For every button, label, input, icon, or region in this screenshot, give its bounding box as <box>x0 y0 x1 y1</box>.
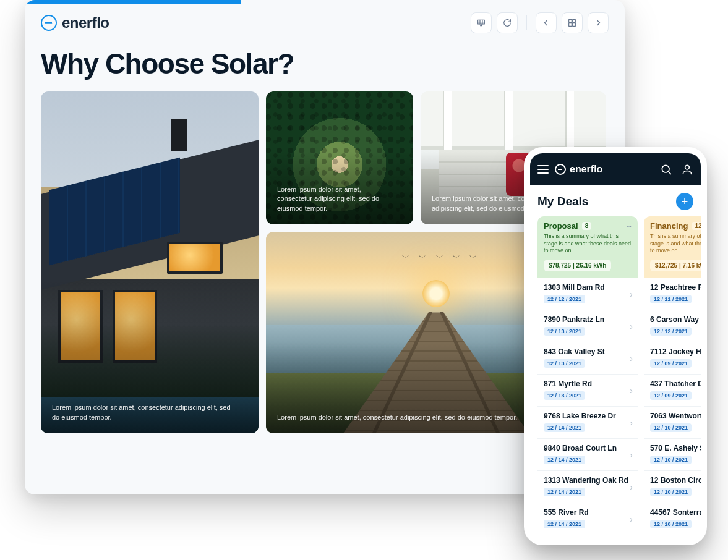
chevron-right-icon <box>593 18 603 28</box>
user-icon[interactable] <box>681 163 693 176</box>
column-summary: This is a summary of what this stage is … <box>650 233 701 255</box>
deal-row[interactable]: 12 Boston Circle12 / 10 / 2021› <box>644 470 701 503</box>
deal-address: 12 Peachtree Rd <box>650 283 701 292</box>
chevron-right-icon: › <box>630 418 633 428</box>
expand-icon[interactable]: ↔ <box>625 222 632 231</box>
page-title: Why Choose Solar? <box>25 38 625 91</box>
topbar-actions <box>471 12 609 33</box>
deal-address: 1313 Wandering Oak Rd <box>544 476 632 485</box>
deal-address: 9768 Lake Breeze Dr <box>544 412 632 420</box>
chevron-right-icon: › <box>630 482 633 492</box>
deal-row[interactable]: 7063 Wentworth12 / 10 / 2021› <box>644 406 701 438</box>
deal-date: 12 / 13 / 2021 <box>544 327 585 336</box>
svg-point-6 <box>685 165 690 169</box>
deal-address: 570 E. Ashely St <box>650 444 701 452</box>
deal-date: 12 / 14 / 2021 <box>544 488 585 496</box>
deal-date: 12 / 12 / 2021 <box>544 295 585 303</box>
deal-date: 12 / 10 / 2021 <box>650 520 692 528</box>
menu-button[interactable] <box>537 165 549 174</box>
deal-date: 12 / 14 / 2021 <box>544 520 585 528</box>
deal-date: 12 / 10 / 2021 <box>650 456 692 464</box>
deal-address: 151 6th Avenue <box>650 540 701 545</box>
chevron-right-icon: › <box>630 514 633 524</box>
deal-date: 12 / 11 / 2021 <box>650 295 692 303</box>
prev-button[interactable] <box>536 12 557 33</box>
card-environmental-impact[interactable]: Environmental Impact Lorem ipsum dolor s… <box>266 91 413 224</box>
chevron-left-icon <box>541 18 551 28</box>
svg-rect-1 <box>569 20 572 23</box>
deal-address: 437 Thatcher Dr <box>650 380 701 388</box>
search-icon[interactable] <box>660 163 672 176</box>
kanban-column-financing: Financing12This is a summary of what thi… <box>644 216 701 545</box>
next-button[interactable] <box>588 12 609 33</box>
deal-address: 555 River Rd <box>544 508 632 517</box>
deal-address: 7890 Pankratz Ln <box>544 315 632 324</box>
deal-row[interactable]: 570 E. Ashely St12 / 10 / 2021› <box>644 438 701 470</box>
deal-list: 12 Peachtree Rd12 / 11 / 2021›6 Carson W… <box>644 278 701 545</box>
svg-rect-4 <box>573 23 576 27</box>
deals-header: My Deals + <box>530 185 701 216</box>
enerflo-logo-icon <box>555 164 566 175</box>
solar-panel-button[interactable] <box>471 12 492 33</box>
column-title: Proposal <box>544 221 578 231</box>
brand-logo[interactable]: enerflo <box>41 14 109 32</box>
column-header[interactable]: Financing12This is a summary of what thi… <box>644 216 701 278</box>
card-subtitle: Lorem ipsum dolor sit amet, consectetur … <box>277 185 392 213</box>
deal-row[interactable]: 555 River Rd12 / 14 / 2021› <box>537 503 638 535</box>
deal-row[interactable]: 437 Thatcher Dr12 / 09 / 2021› <box>644 374 701 406</box>
column-metric: $78,725 | 26.16 kWh <box>544 260 611 271</box>
deal-date: 12 / 10 / 2021 <box>650 488 692 496</box>
column-metric: $12,725 | 7.16 kWh <box>650 260 701 271</box>
deal-row[interactable]: 9840 Broad Court Ln12 / 14 / 2021› <box>537 438 638 470</box>
deal-date: 12 / 09 / 2021 <box>650 359 692 368</box>
chevron-right-icon: › <box>630 386 633 396</box>
deal-date: 12 / 14 / 2021 <box>544 423 585 432</box>
deal-row[interactable]: 871 Myrtle Rd12 / 13 / 2021› <box>537 374 638 406</box>
accent-bar <box>25 0 241 4</box>
card-home-value[interactable]: Home Value Lorem ipsum dolor sit amet, c… <box>41 91 259 433</box>
deal-row[interactable]: 843 Oak Valley St12 / 13 / 2021› <box>537 342 638 374</box>
mobile-mockup: enerflo My Deals + Proposal8↔This is a s… <box>524 147 707 545</box>
chevron-right-icon: › <box>630 289 633 299</box>
svg-rect-3 <box>569 23 572 27</box>
deal-row[interactable]: 9768 Lake Breeze Dr12 / 14 / 2021› <box>537 406 638 438</box>
deals-title: My Deals <box>537 195 588 208</box>
deal-row[interactable]: 151 6th Avenue12 / 11 / 2021› <box>644 535 701 545</box>
deal-row[interactable]: 44567 Sonterra12 / 10 / 2021› <box>644 503 701 535</box>
grid-button[interactable] <box>562 12 583 33</box>
deal-address: 871 Myrtle Rd <box>544 380 632 388</box>
kanban-columns[interactable]: Proposal8↔This is a summary of what this… <box>530 216 701 545</box>
deal-address: 6 Carson Way <box>650 315 701 324</box>
deal-date: 12 / 10 / 2021 <box>650 423 692 432</box>
deal-row[interactable]: 12 Peachtree Rd12 / 11 / 2021› <box>644 278 701 310</box>
svg-point-5 <box>662 165 669 172</box>
deal-row[interactable]: 7890 Pankratz Ln12 / 13 / 2021› <box>537 310 638 342</box>
deal-address: 843 Oak Valley St <box>544 347 632 356</box>
kanban-column-proposal: Proposal8↔This is a summary of what this… <box>537 216 638 545</box>
deal-date: 12 / 14 / 2021 <box>544 456 585 464</box>
deal-row[interactable]: 7112 Jockey Hollow12 / 09 / 2021› <box>644 342 701 374</box>
column-title: Financing <box>650 221 688 231</box>
deal-date: 12 / 12 / 2021 <box>650 327 692 336</box>
chevron-right-icon: › <box>630 450 633 460</box>
refresh-icon <box>502 18 512 28</box>
deal-date: 12 / 13 / 2021 <box>544 391 585 400</box>
column-count-badge: 8 <box>582 222 592 230</box>
deal-row[interactable]: 1303 Mill Dam Rd12 / 12 / 2021› <box>537 278 638 310</box>
deal-date: 12 / 13 / 2021 <box>544 359 585 368</box>
topbar: enerflo <box>25 0 625 38</box>
brand-logo-mobile[interactable]: enerflo <box>555 164 602 175</box>
brand-name: enerflo <box>570 164 602 175</box>
deal-row[interactable]: 6 Carson Way12 / 12 / 2021› <box>644 310 701 342</box>
deal-address: 12 Boston Circle <box>650 476 701 485</box>
svg-rect-2 <box>573 20 576 23</box>
deal-list: 1303 Mill Dam Rd12 / 12 / 2021›7890 Pank… <box>537 278 638 535</box>
deal-row[interactable]: 1313 Wandering Oak Rd12 / 14 / 2021› <box>537 470 638 503</box>
deal-address: 7063 Wentworth <box>650 412 701 420</box>
add-deal-button[interactable]: + <box>676 193 693 210</box>
brand-name: enerflo <box>62 14 109 32</box>
refresh-button[interactable] <box>497 12 518 33</box>
column-header[interactable]: Proposal8↔This is a summary of what this… <box>537 216 638 278</box>
column-count-badge: 12 <box>692 222 701 230</box>
chevron-right-icon: › <box>630 354 633 363</box>
